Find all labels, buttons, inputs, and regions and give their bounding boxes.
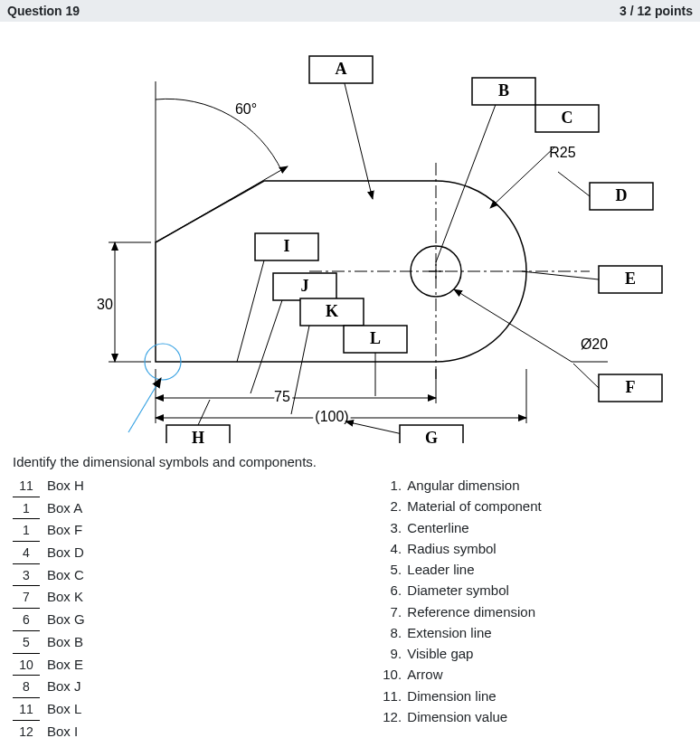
leader-D: [558, 172, 590, 196]
match-row: 4Box D: [13, 542, 383, 564]
angle-leader: [156, 166, 288, 242]
answer-label: Box J: [47, 676, 81, 696]
match-row: 1Box F: [13, 519, 383, 542]
answer-blank: 4: [13, 544, 40, 564]
match-row: 11Box L: [13, 698, 383, 721]
key-column: Angular dimension Material of component …: [383, 475, 687, 738]
leader-F: [573, 364, 599, 388]
box-b-label: B: [498, 81, 509, 99]
key-item: Dimension value: [405, 706, 687, 727]
match-row: 3Box C: [13, 564, 383, 587]
box-d-label: D: [616, 186, 628, 204]
key-item: Diameter symbol: [405, 580, 687, 601]
angle-value: 60°: [235, 101, 257, 117]
match-row: 11Box H: [13, 475, 383, 497]
matching-column: 11Box H 1Box A 1Box F 4Box D 3Box C 7Box…: [13, 475, 383, 738]
answer-label: Box K: [47, 586, 83, 607]
key-item: Visible gap: [405, 643, 687, 664]
answer-label: Box L: [47, 698, 81, 719]
box-k-label: K: [326, 302, 338, 320]
key-item: Radius symbol: [405, 538, 687, 559]
leader-diameter: [454, 289, 572, 362]
question-header: Question 19 3 / 12 points: [0, 0, 700, 22]
match-row: 5Box B: [13, 631, 383, 654]
answer-blank: 11: [13, 477, 40, 497]
answer-blank: 8: [13, 677, 40, 698]
answer-label: Box H: [47, 475, 84, 496]
answer-label: Box G: [47, 609, 85, 629]
match-row: 1Box A: [13, 497, 383, 520]
angle-arc: [156, 99, 282, 172]
answer-blank: 1: [13, 521, 40, 542]
leader-E: [522, 271, 599, 279]
answer-blank: 10: [13, 656, 40, 676]
box-l-label: L: [370, 329, 381, 347]
answer-label: Box B: [47, 631, 83, 652]
key-item: Centerline: [405, 517, 687, 538]
leader-B: [436, 95, 499, 262]
instruction-text: Identify the dimensional symbols and com…: [0, 452, 700, 475]
box-e-label: E: [625, 270, 636, 288]
answer-blank: 1: [13, 499, 40, 520]
question-title: Question 19: [7, 4, 80, 18]
leader-K: [291, 326, 309, 414]
answer-blank: 11: [13, 700, 40, 721]
box-g-label: G: [425, 429, 438, 443]
leader-radius: [490, 147, 555, 208]
diameter-value: Ø20: [581, 336, 608, 352]
key-item: Angular dimension: [405, 475, 687, 496]
answer-label: Box I: [47, 721, 78, 738]
answer-columns: 11Box H 1Box A 1Box F 4Box D 3Box C 7Box…: [0, 475, 700, 738]
key-item: Material of component: [405, 496, 687, 516]
question-points: 3 / 12 points: [620, 4, 693, 18]
box-f-label: F: [626, 378, 636, 396]
leader-A: [342, 72, 373, 199]
answer-blank: 7: [13, 588, 40, 609]
answer-blank: 5: [13, 633, 40, 654]
key-item: Extension line: [405, 622, 687, 643]
dim-100-value: (100): [315, 409, 348, 424]
detail-leader: [128, 378, 161, 432]
key-item: Reference dimension: [405, 601, 687, 622]
match-row: 6Box G: [13, 609, 383, 631]
leader-H: [198, 400, 210, 425]
answer-blank: 3: [13, 566, 40, 587]
key-item: Arrow: [405, 664, 687, 685]
answer-blank: 6: [13, 610, 40, 631]
box-c-label: C: [562, 109, 573, 127]
dimension-figure: 60° A B R25 C D E Ø20 F 30 75 (100) G H: [20, 27, 680, 443]
leader-J: [251, 300, 282, 393]
match-row: 10Box E: [13, 654, 383, 676]
figure-container: 60° A B R25 C D E Ø20 F 30 75 (100) G H: [0, 22, 700, 452]
box-h-label: H: [192, 429, 204, 443]
answer-label: Box A: [47, 497, 82, 518]
dim-75-value: 75: [274, 389, 290, 404]
box-i-label: I: [283, 237, 289, 255]
answer-blank: 12: [13, 723, 40, 738]
match-row: 8Box J: [13, 676, 383, 698]
leader-I: [237, 260, 264, 362]
dim-height-value: 30: [97, 297, 113, 312]
key-item: Leader line: [405, 559, 687, 580]
answer-label: Box F: [47, 519, 82, 540]
match-row: 7Box K: [13, 586, 383, 609]
answer-label: Box D: [47, 542, 84, 563]
box-a-label: A: [336, 60, 347, 78]
answer-label: Box E: [47, 654, 83, 675]
match-row: 12Box I: [13, 721, 383, 738]
radius-value: R25: [549, 145, 575, 160]
key-item: Dimension line: [405, 686, 687, 706]
box-j-label: J: [301, 277, 309, 295]
answer-label: Box C: [47, 564, 84, 585]
key-list: Angular dimension Material of component …: [383, 475, 687, 727]
